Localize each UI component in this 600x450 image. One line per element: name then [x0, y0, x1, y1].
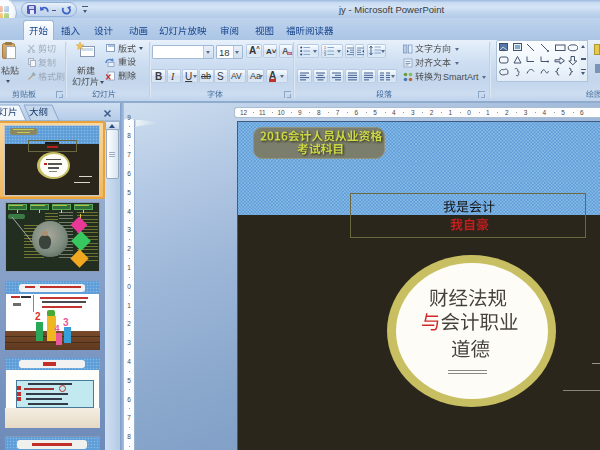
svg-text:3: 3 [324, 53, 326, 56]
